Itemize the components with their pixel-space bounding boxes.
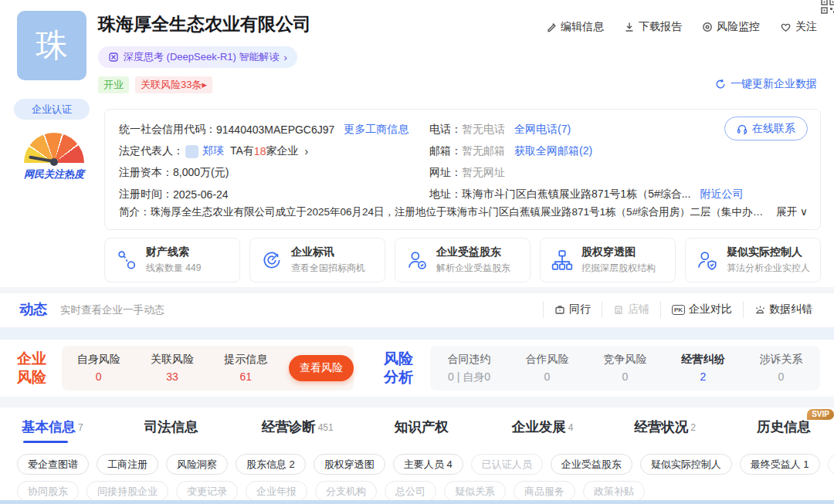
related-risk-stat[interactable]: 关联风险 33 (135, 346, 208, 391)
tab-history-info[interactable]: 历史信息SVIP (757, 418, 811, 436)
risk-title-line: 分析 (384, 368, 413, 387)
data-correction-link[interactable]: 数据纠错 (743, 301, 823, 318)
email-empty-value: 暂无邮箱 (462, 144, 505, 158)
tab-label: 经营诊断 (262, 419, 316, 435)
stat-value: 0 (742, 370, 820, 383)
enterprise-cert-badge[interactable]: 企业认证 (14, 99, 90, 120)
online-contact-button[interactable]: 在线联系 (724, 117, 808, 140)
peers-link[interactable]: 同行 (543, 301, 602, 318)
subtab-certified-personnel[interactable]: 已认证人员 (471, 454, 543, 475)
hint-info-stat[interactable]: 提示信息 61 (209, 346, 283, 391)
tab-judicial-info[interactable]: 司法信息 (144, 418, 201, 436)
contract-breach-stat[interactable]: 合同违约 0 | 自身0 (430, 346, 508, 391)
subtab-beneficiary-shareholders[interactable]: 企业受益股东 (551, 454, 632, 475)
all-phone-link[interactable]: 全网电话(7) (514, 123, 571, 137)
info-left-column: 统一社会信用代码： 91440403MAEPGC6J97 更多工商信息 法定代表… (119, 119, 409, 205)
section-divider (0, 327, 834, 340)
subtab-annual-report[interactable]: 企业年报 (246, 481, 307, 502)
company-info-panel: 统一社会信用代码： 91440403MAEPGC6J97 更多工商信息 法定代表… (104, 109, 821, 230)
legal-person-name-link[interactable]: 郑瑛 (202, 144, 224, 158)
edit-info-label: 编辑信息 (561, 20, 604, 34)
feature-cards: 财产线索 线索数量 449 企业标讯 查看全国招标商机 企业受益股东 解析企业受… (104, 238, 821, 282)
card-equity-penetration[interactable]: 股权穿透图 挖掘深层股权结构 (540, 238, 676, 282)
subtab-risk-insight[interactable]: 风险洞察 (166, 454, 228, 475)
subtab-co-shareholders[interactable]: 协同股东 (17, 481, 79, 502)
tab-label: 历史信息 (757, 419, 811, 435)
download-report-button[interactable]: 下载报告 (624, 20, 682, 34)
website-row: 网址： 暂无网址 (429, 162, 743, 184)
compare-link[interactable]: PK 企业对比 (660, 301, 743, 318)
dynamics-title: 动态 (19, 300, 47, 319)
tab-basic-info[interactable]: 基本信息7 (22, 418, 83, 436)
legal-company-count[interactable]: 18 (254, 145, 266, 157)
card-asset-clues[interactable]: 财产线索 线索数量 449 (104, 238, 240, 282)
subtab-shareholder-info[interactable]: 股东信息 2 (236, 454, 306, 475)
related-risk-badge[interactable]: 关联风险33条▸ (135, 76, 212, 93)
dynamics-links: 同行 店铺 PK 企业对比 数据纠错 (543, 301, 823, 318)
self-risk-stat[interactable]: 自身风险 0 (62, 346, 135, 391)
card-tender-news[interactable]: 企业标讯 查看全国招标商机 (249, 238, 385, 282)
subtab-business-registration[interactable]: 工商注册 (97, 454, 158, 475)
subtab-equity-penetration[interactable]: 股权穿透图 (314, 454, 385, 475)
card-actual-controller[interactable]: 疑似实际控制人 算法分析企业实控人 (685, 238, 821, 282)
subtab-products-services[interactable]: 商品服务 (514, 481, 575, 502)
main-tabs: 基本信息7 司法信息 经营诊断451 知识产权 企业发展4 经营状况2 历史信息… (22, 418, 811, 436)
card-beneficiary-shareholders[interactable]: 企业受益股东 解析企业受益股东 (395, 238, 531, 282)
peers-label: 同行 (569, 303, 591, 316)
risk-monitor-button[interactable]: 风险监控 (702, 20, 760, 34)
section-divider (0, 397, 834, 408)
update-data-link[interactable]: 一键更新企业数据 (715, 77, 817, 91)
credit-code-label: 统一社会信用代码： (119, 123, 216, 137)
nearby-companies-link[interactable]: 附近公司 (700, 188, 743, 201)
litigation-relation-stat[interactable]: 涉诉关系 0 (742, 346, 820, 391)
subtab-outbound-investment[interactable]: 对外投资 (828, 454, 834, 475)
header-actions: 编辑信息 下载报告 风险监控 关注 (546, 20, 817, 34)
subtab-indirect-holdings[interactable]: 间接持股企业 (86, 481, 168, 502)
status-open-badge: 开业 (98, 76, 129, 93)
card-title: 股权穿透图 (581, 245, 656, 259)
legal-count-suffix: 家企业 (266, 144, 298, 158)
business-dispute-stat[interactable]: 经营纠纷 2 (664, 346, 742, 391)
stat-value: 0 (586, 370, 664, 383)
stat-label: 经营纠纷 (664, 353, 742, 367)
subtab-head-office[interactable]: 总公司 (385, 481, 436, 502)
deepseek-insight-badge[interactable]: 深度思考 (DeepSeek-R1) 智能解读 › (98, 46, 297, 68)
subtab-suspected-controller[interactable]: 疑似实际控制人 (640, 454, 732, 475)
all-email-link[interactable]: 获取全网邮箱(2) (514, 144, 592, 158)
subtab-branches[interactable]: 分支机构 (315, 481, 377, 502)
tab-operation-diagnosis[interactable]: 经营诊断451 (262, 418, 334, 436)
competition-risk-stat[interactable]: 竞争风险 0 (586, 346, 664, 391)
subtab-policy-subsidies[interactable]: 政策补贴 (583, 481, 645, 502)
tab-operation-status[interactable]: 经营状况2 (634, 418, 696, 436)
card-subtitle: 解析企业受益股东 (436, 262, 510, 275)
risk-monitor-label: 风险监控 (717, 20, 760, 34)
view-risk-button[interactable]: 查看风险 (289, 355, 354, 381)
subtab-aiqicha-graph[interactable]: 爱企查图谱 (17, 454, 89, 475)
card-subtitle: 挖掘深层股权结构 (581, 262, 656, 275)
card-subtitle: 线索数量 449 (146, 262, 201, 275)
follow-button[interactable]: 关注 (780, 20, 817, 34)
tab-intellectual-property[interactable]: 知识产权 (395, 418, 451, 436)
shop-link[interactable]: 店铺 (602, 301, 660, 318)
phone-row: 电话： 暂无电话 全网电话(7) (429, 119, 743, 140)
tab-enterprise-development[interactable]: 企业发展4 (512, 418, 574, 436)
attention-gauge: 网民关注热度 (20, 133, 88, 181)
chevron-down-icon: ∨ (800, 206, 808, 218)
expand-button[interactable]: 展开 ∨ (776, 205, 808, 219)
stat-label: 自身风险 (62, 353, 135, 367)
data-correction-label: 数据纠错 (769, 303, 812, 316)
reg-date-label: 注册时间： (119, 188, 173, 201)
subtab-key-personnel[interactable]: 主要人员 4 (393, 454, 463, 475)
shop-label: 店铺 (628, 303, 649, 316)
more-biz-info-link[interactable]: 更多工商信息 (344, 123, 409, 137)
cooperation-risk-stat[interactable]: 合作风险 0 (508, 346, 586, 391)
clue-icon (115, 249, 138, 272)
subtab-ultimate-beneficiary[interactable]: 最终受益人 1 (740, 454, 820, 475)
intro-text: 珠海厚全生态农业有限公司成立于2025年06月24日，注册地位于珠海市斗门区白蕉… (151, 205, 772, 219)
subtab-change-records[interactable]: 变更记录 (176, 481, 238, 502)
subtab-suspected-relations[interactable]: 疑似关系 (444, 481, 506, 502)
reg-date-row: 注册时间： 2025-06-24 (119, 184, 409, 205)
qr-code-icon[interactable] (820, 0, 834, 15)
edit-info-button[interactable]: 编辑信息 (546, 20, 604, 34)
pk-icon: PK (672, 305, 685, 315)
